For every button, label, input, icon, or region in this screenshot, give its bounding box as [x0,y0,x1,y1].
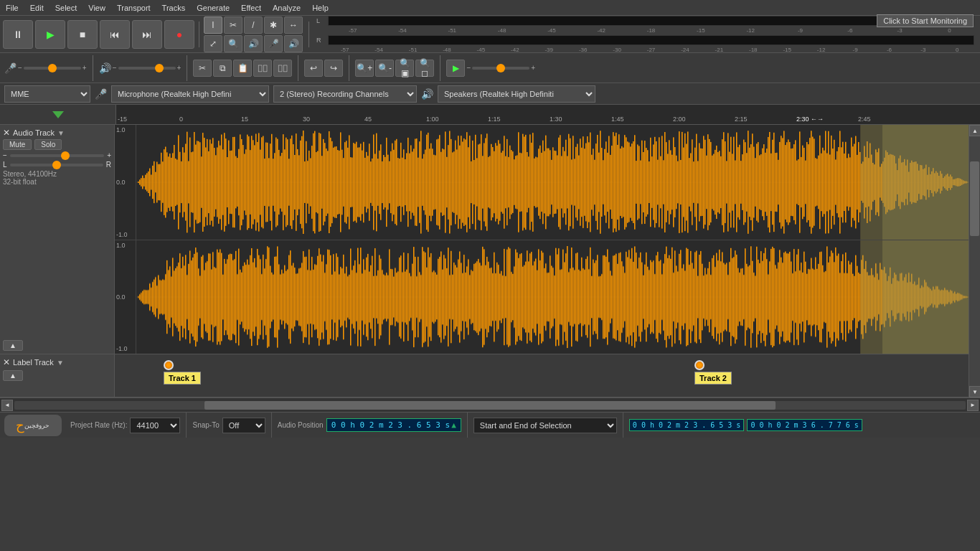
speaker-icon-btn[interactable]: 🔊 [244,35,263,52]
silence-button[interactable]: ⌷⌷ [273,60,292,77]
ruler-tick-neg15: -15 [116,116,178,123]
menu-analyze[interactable]: Analyze [267,2,306,14]
track-up-button[interactable]: ▲ [3,340,23,351]
copy-button[interactable]: ⧉ [213,60,232,77]
scroll-track[interactable] [969,136,980,386]
label-track-waveform[interactable]: Track 1 Track 2 [115,354,969,397]
label-track-close[interactable]: ✕ [3,357,10,367]
paste-button[interactable]: 📋 [233,60,252,77]
mute-button[interactable]: Mute [3,139,32,150]
pause-button[interactable]: ⏸ [3,20,33,49]
scroll-up-button[interactable]: ▲ [969,125,980,136]
channels-select[interactable]: 2 (Stereo) Recording Channels [273,85,417,103]
host-select[interactable]: MME [4,85,90,103]
playback-speed-slider[interactable] [472,67,529,70]
menu-tracks[interactable]: Tracks [156,2,192,14]
position-value: 0 0 h 0 2 m 2 3 . 6 5 3 s [331,420,451,430]
menu-view[interactable]: View [83,2,111,14]
y-axis-top: 1.0 0.0 -1.0 [115,125,136,240]
timeline-ruler: -15 0 15 30 45 1:00 1:15 1:30 1:45 2:00 … [0,105,980,125]
hscroll-left-button[interactable]: ◄ [1,400,13,411]
draw-tool[interactable]: / [244,17,263,34]
row2-toolbar: 🎤 − + 🔊 − + ✂ ⧉ 📋 ⌷⌷ ⌷⌷ ↩ ↪ 🔍+ 🔍- 🔍▣ 🔍◻ … [0,53,980,83]
position-stepper-up[interactable]: ▲ [451,420,456,430]
play-green-button[interactable]: ▶ [446,60,465,77]
menu-edit[interactable]: Edit [24,2,50,14]
label-text-2[interactable]: Track 2 [694,372,732,385]
ruler-tick-45: 45 [363,116,425,123]
selection-tool[interactable]: I [204,17,222,34]
menu-select[interactable]: Select [50,2,83,14]
sel-start-display[interactable]: 0 0 h 0 2 m 2 3 . 6 5 3 s [629,419,745,431]
audio-position-label: Audio Position [278,421,324,429]
stop-button[interactable]: ■ [67,20,98,49]
snap-to-select[interactable]: Off [222,418,265,433]
record-button[interactable]: ● [164,20,194,49]
label-track-controls: ✕ Label Track ▼ ▲ [0,354,115,397]
divider6 [349,55,349,81]
sel-end-display[interactable]: 0 0 h 0 2 m 3 6 . 7 7 6 s [747,419,862,431]
ruler-tick-230: 2:30 ←→ [795,116,857,123]
undo-button[interactable]: ↩ [304,60,323,77]
menu-transport[interactable]: Transport [111,2,156,14]
waveform-canvas-top[interactable]: waveform drawn as polyline [136,125,969,240]
mic-volume-slider[interactable] [24,67,81,70]
playback-speed-control: ▶ − + [446,60,535,77]
skip-start-button[interactable]: ⏮ [100,20,130,49]
waveform-canvas-bottom[interactable] [136,240,969,354]
microphone-select[interactable]: Microphone (Realtek High Defini [111,85,269,103]
horizontal-scrollbar[interactable]: ◄ ► [0,397,980,412]
zoom-fit-button[interactable]: 🔍◻ [415,60,434,77]
menu-generate[interactable]: Generate [191,2,235,14]
solo-button[interactable]: Solo [34,139,62,150]
logo-icon: ح [16,418,24,433]
cut-button[interactable]: ✂ [193,60,212,77]
audio-track-waveform[interactable]: 1.0 0.0 -1.0 [115,125,969,354]
vertical-scrollbar[interactable]: ▲ ▼ [969,125,980,397]
magnify-tool[interactable]: 🔍 [224,35,242,52]
audio-position-display[interactable]: 0 0 h 0 2 m 2 3 . 6 5 3 s ▲ [326,418,461,432]
zoom-selection-button[interactable]: 🔍▣ [395,60,414,77]
timeline-arrow[interactable] [52,111,64,118]
project-rate-select[interactable]: 44100 [130,418,180,433]
speaker2-btn[interactable]: 🔊 [284,35,303,52]
play-button[interactable]: ▶ [35,20,65,49]
hscroll-right-button[interactable]: ► [967,400,979,411]
track-pan-slider[interactable] [10,164,103,166]
transport-controls: ⏸ ▶ ■ ⏮ ⏭ ● [3,20,194,49]
speaker-select[interactable]: Speakers (Realtek High Definiti [438,85,595,103]
multi-tool[interactable]: ⤢ [204,35,222,52]
microphone-icon: 🎤 [95,88,107,100]
hscroll-track[interactable] [14,401,966,410]
scroll-thumb[interactable] [970,161,979,236]
zoom-in-button[interactable]: 🔍+ [355,60,374,77]
track-volume-slider[interactable] [10,154,104,157]
click-to-start-monitoring[interactable]: Click to Start Monitoring [877,14,974,27]
zoom-out-button[interactable]: 🔍- [375,60,394,77]
zoom-tool[interactable]: ✱ [264,17,283,34]
skip-end-button[interactable]: ⏭ [132,20,162,49]
selection-type-select[interactable]: Start and End of Selection [473,418,617,433]
trim-button[interactable]: ⌷⌷ [253,60,272,77]
mic-icon-btn[interactable]: 🎤 [264,35,283,52]
tracks-area: ✕ Audio Track ▼ Mute Solo − + L R [0,125,969,397]
label-text-1[interactable]: Track 1 [164,372,201,385]
vol-max-label: + [107,151,111,159]
y-0.0-top: 0.0 [116,179,134,186]
redo-button[interactable]: ↪ [324,60,343,77]
scroll-down-button[interactable]: ▼ [969,386,980,397]
waveform-top-channel: 1.0 0.0 -1.0 [115,125,969,240]
label-track-up[interactable]: ▲ [3,370,23,381]
timeshift-tool[interactable]: ↔ [284,17,303,34]
audio-track-close[interactable]: ✕ [3,128,10,138]
ruler-tick-0: 0 [178,116,240,123]
envelope-tool[interactable]: ✂ [224,17,242,34]
audio-track-dropdown[interactable]: ▼ [57,129,65,137]
menu-effect[interactable]: Effect [235,2,267,14]
label-track-dropdown[interactable]: ▼ [57,359,64,367]
menu-file[interactable]: File [0,2,24,14]
speaker-volume-control: 🔊 − + [99,62,182,74]
menu-help[interactable]: Help [306,2,334,14]
speaker-volume-slider[interactable] [118,67,176,70]
hscroll-thumb[interactable] [204,401,776,410]
